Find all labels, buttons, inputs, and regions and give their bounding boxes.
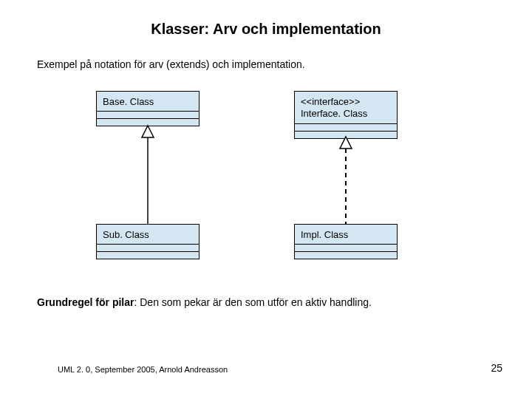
footer-credit: UML 2. 0, September 2005, Arnold Andreas… xyxy=(58,365,228,374)
svg-marker-0 xyxy=(142,126,154,137)
uml-interface: <<interface>> Interface. Class xyxy=(294,91,398,139)
class-attr-section xyxy=(295,244,397,251)
uml-class-base: Base. Class xyxy=(96,91,200,126)
uml-class-impl: Impl. Class xyxy=(294,224,398,259)
class-attr-section xyxy=(295,123,397,131)
class-name: Base. Class xyxy=(97,92,199,111)
class-name: Sub. Class xyxy=(97,225,199,244)
slide-title: Klasser: Arv och implementation xyxy=(0,0,532,38)
generalization-arrow xyxy=(140,126,155,224)
realization-arrow xyxy=(338,137,353,224)
rule-text: Grundregel för pilar: Den som pekar är d… xyxy=(37,296,532,308)
page-number: 25 xyxy=(491,362,502,374)
class-op-section xyxy=(295,251,397,259)
class-name: <<interface>> Interface. Class xyxy=(295,92,397,123)
class-attr-section xyxy=(97,111,199,118)
svg-marker-2 xyxy=(340,137,352,149)
rule-body: : Den som pekar är den som utför en akti… xyxy=(134,296,371,308)
intro-text: Exempel på notation för arv (extends) oc… xyxy=(37,58,532,70)
class-name: Impl. Class xyxy=(295,225,397,244)
class-attr-section xyxy=(97,244,199,251)
stereotype: <<interface>> xyxy=(301,96,360,107)
uml-diagram: Base. Class <<interface>> Interface. Cla… xyxy=(0,83,532,290)
rule-label: Grundregel för pilar xyxy=(37,296,134,308)
interface-name: Interface. Class xyxy=(301,108,367,119)
uml-class-sub: Sub. Class xyxy=(96,224,200,259)
class-op-section xyxy=(97,251,199,259)
